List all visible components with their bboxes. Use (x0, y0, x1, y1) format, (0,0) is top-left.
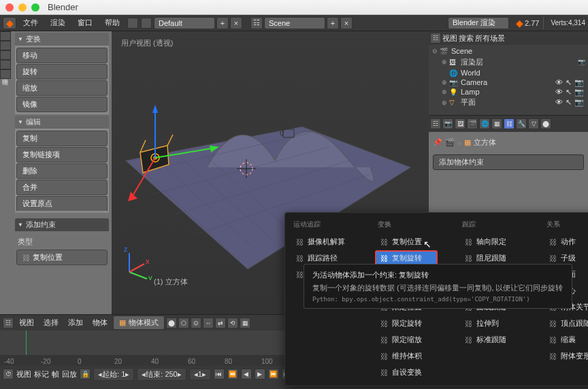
vp-menu-object[interactable]: 物体 (88, 316, 112, 330)
render-icon[interactable]: 📷 (574, 88, 584, 97)
timeline-type-icon[interactable]: ⏱ (3, 369, 14, 379)
tree-lamp[interactable]: ⊕💡Lamp👁↖📷 (430, 87, 587, 97)
jump-start-icon[interactable]: ⏮ (214, 369, 225, 379)
outliner-filter-dropdown[interactable]: 所有场景 (475, 33, 587, 44)
layers-icon[interactable]: ▦ (240, 318, 250, 328)
props-tab-render[interactable]: 📷 (442, 118, 453, 129)
tool-tab-anim[interactable]: 动画 (0, 60, 11, 69)
prev-keyframe-icon[interactable]: ⏪ (227, 369, 238, 379)
panel-edit-header[interactable]: ▼编辑 (15, 116, 109, 129)
tool-tab-tools[interactable]: 工具 (0, 31, 11, 41)
cursor-icon[interactable]: ↖ (566, 88, 572, 97)
popup-item-transformation[interactable]: ⛓自设变换 (375, 365, 438, 380)
scene-browse-button[interactable]: ☷ (250, 17, 263, 29)
visibility-icon[interactable]: 👁 (555, 88, 563, 97)
button-translate[interactable]: 移动 (16, 48, 108, 63)
pin-icon[interactable]: 📌 (433, 138, 442, 147)
manipulator-rot-icon[interactable]: ⟲ (227, 318, 238, 328)
layout-split-h-icon[interactable] (127, 18, 138, 29)
panel-add-constraint-header[interactable]: ▼添加约束 (15, 218, 109, 231)
popup-item-shrinkwrap[interactable]: ⛓缩裹 (544, 332, 588, 348)
props-tab-constraints[interactable]: ⛓ (504, 118, 514, 129)
button-delete[interactable]: 删除 (16, 163, 108, 179)
menu-file[interactable]: 文件 (18, 16, 44, 30)
close-window-button[interactable] (5, 3, 14, 12)
render-icon[interactable]: 📷 (574, 98, 584, 107)
vp-menu-select[interactable]: 选择 (39, 316, 63, 330)
current-frame-field[interactable]: ◂1▸ (189, 369, 211, 380)
timeline-view[interactable]: 视图 (16, 369, 31, 379)
dropdown-constraint-type[interactable]: ⛓复制位置 (16, 250, 108, 265)
shading-solid-icon[interactable]: ⬤ (166, 318, 177, 328)
lock-icon[interactable]: 🔒 (80, 369, 91, 379)
timeline-marker[interactable]: 标记 (34, 369, 49, 379)
popup-item-limit-rotation[interactable]: ⛓限定旋转 (375, 316, 438, 331)
tool-tab-relations[interactable]: 关系 (0, 50, 11, 60)
tree-render-layers[interactable]: ⊕🖼渲染层📷 (430, 56, 587, 68)
blender-logo-icon[interactable]: ◆ (3, 17, 16, 29)
props-tab-scene[interactable]: 🎬 (467, 118, 478, 129)
popup-item-camera-solver[interactable]: ⛓摄像机解算 (291, 234, 353, 250)
pivot-icon[interactable]: ⊙ (191, 318, 201, 328)
tree-camera[interactable]: ⊕📷Camera👁↖📷 (430, 78, 587, 87)
render-icon[interactable]: 📷 (574, 78, 584, 87)
button-rotate[interactable]: 旋转 (16, 64, 108, 80)
button-mirror[interactable]: 镜像 (16, 97, 108, 112)
outliner-type-icon[interactable]: ☷ (430, 33, 441, 44)
scene-dropdown[interactable]: Scene (264, 17, 325, 29)
tool-tab-create[interactable]: 创建 (0, 41, 11, 50)
popup-item-limit-scale[interactable]: ⛓限定缩放 (375, 332, 438, 348)
outliner-view[interactable]: 视图 (442, 33, 457, 44)
button-duplicate[interactable]: 复制 (16, 131, 108, 146)
play-reverse-icon[interactable]: ◀ (241, 369, 252, 379)
cursor-icon[interactable]: ↖ (566, 98, 572, 107)
cursor-icon[interactable]: ↖ (566, 78, 572, 87)
play-icon[interactable]: ▶ (255, 369, 265, 379)
timeline-frame[interactable]: 帧 (52, 369, 59, 379)
tool-tab-physics[interactable]: 物理 (0, 69, 11, 79)
visibility-icon[interactable]: 👁 (555, 78, 563, 87)
minimize-window-button[interactable] (18, 3, 27, 12)
outliner-search[interactable]: 搜索 (459, 33, 474, 44)
props-tab-data[interactable]: ▽ (528, 118, 539, 129)
props-type-icon[interactable]: ☷ (430, 118, 441, 129)
layout-add-button[interactable]: + (216, 17, 229, 29)
props-tab-layers[interactable]: 🖼 (455, 118, 466, 129)
layout-remove-button[interactable]: × (230, 17, 242, 29)
scene-add-button[interactable]: + (327, 17, 339, 29)
add-object-constraint-dropdown[interactable]: 添加物体约束 (433, 154, 584, 170)
end-frame-field[interactable]: ◂结束: 250▸ (137, 368, 186, 381)
props-tab-modifiers[interactable]: 🔧 (516, 118, 527, 129)
menu-render[interactable]: 渲染 (45, 16, 71, 30)
popup-item-track-to[interactable]: ⛓标准跟随 (459, 332, 522, 348)
popup-item-follow-path2[interactable]: ⛓顶点跟随 (544, 316, 588, 331)
mode-dropdown[interactable]: ▦物体模式 (113, 316, 165, 330)
tree-scene[interactable]: ⊖🎬Scene (430, 46, 587, 56)
popup-item-clamp-to[interactable]: ⛓轴向限定 (459, 234, 522, 250)
next-keyframe-icon[interactable]: ⏩ (268, 369, 279, 379)
editor-type-icon[interactable]: ☷ (3, 318, 14, 328)
maximize-window-button[interactable] (31, 3, 39, 12)
button-join[interactable]: 合并 (16, 180, 108, 195)
props-tab-world[interactable]: 🌐 (479, 118, 490, 129)
popup-item-stretch-to[interactable]: ⛓拉伸到 (459, 316, 522, 331)
menu-window[interactable]: 窗口 (72, 16, 98, 30)
layout-split-v-icon[interactable] (141, 18, 152, 29)
popup-item-copy-location[interactable]: ⛓复制位置 (375, 234, 438, 250)
layout-dropdown[interactable]: Default (154, 17, 215, 29)
popup-item-armature-deform[interactable]: ⛓附体变形 (544, 348, 588, 364)
props-tab-material[interactable]: ⬤ (540, 118, 551, 129)
vp-menu-add[interactable]: 添加 (64, 316, 87, 330)
shading-wire-icon[interactable]: ⬡ (178, 318, 189, 328)
vp-menu-view[interactable]: 视图 (15, 316, 38, 330)
tree-world[interactable]: 🌐World (430, 68, 587, 78)
manipulator-icon[interactable]: ↔ (203, 318, 214, 328)
popup-item-maintain-volume[interactable]: ⛓维持体积 (375, 348, 438, 364)
tree-plane[interactable]: ⊕▽平面👁↖📷 (430, 97, 587, 108)
props-tab-object[interactable]: ▦ (491, 118, 502, 129)
render-engine-dropdown[interactable]: Blender 渲染 (448, 17, 509, 29)
button-set-origin[interactable]: 设置原点 (16, 196, 108, 211)
popup-item-action[interactable]: ⛓动作 (544, 234, 588, 250)
start-frame-field[interactable]: ◂起始: 1▸ (93, 368, 134, 381)
menu-help[interactable]: 帮助 (99, 16, 125, 30)
